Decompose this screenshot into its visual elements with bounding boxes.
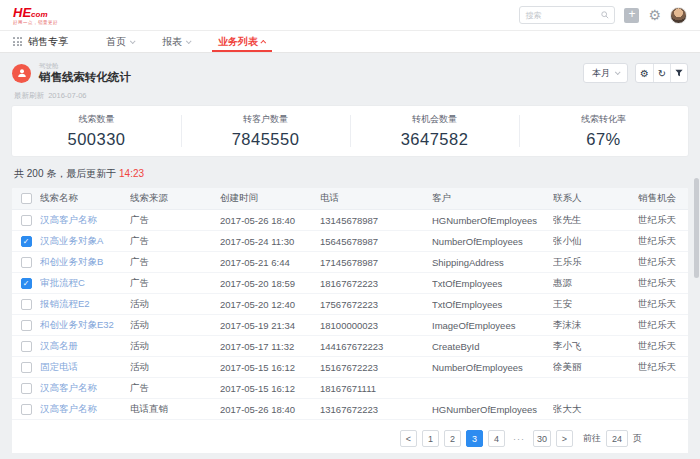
page-button-4[interactable]: 4 [488, 430, 505, 447]
row-checkbox[interactable] [21, 299, 32, 310]
table-header-row: 线索名称 线索来源 创建时间 电话 客户 联系人 销售机会 [12, 188, 688, 210]
filter-icon[interactable] [670, 64, 687, 82]
lead-contact: 王乐乐 [553, 256, 638, 269]
table-row: 固定电话 活动 2017-05-15 16:12 15167672223 Num… [12, 357, 688, 378]
stat-label: 线索数量 [79, 113, 115, 126]
list-summary: 共 200 条，最后更新于 14:23 [14, 167, 686, 181]
col-header-contact: 联系人 [553, 192, 638, 205]
table-row: 汉高名册 活动 2017-05-17 11:32 144167672223 Cr… [12, 336, 688, 357]
tab-reports[interactable]: 报表 [156, 31, 196, 52]
report-toolbar: ⚙ ↻ [635, 63, 688, 83]
lead-source: 广告 [130, 235, 220, 248]
table-row: 和创业务对象E32 活动 2017-05-19 21:34 1810000002… [12, 315, 688, 336]
report-category: 驾驶舱 [39, 62, 131, 70]
lead-created: 2017-05-20 18:59 [220, 278, 320, 289]
report-avatar [12, 64, 31, 83]
table-row: 汉高客户名称 广告 2017-05-15 16:12 18167671111 [12, 378, 688, 399]
stat-label: 线索转化率 [581, 113, 626, 126]
lead-created: 2017-05-20 12:40 [220, 299, 320, 310]
page-button-2[interactable]: 2 [444, 430, 461, 447]
lead-customer: TxtOfEmployees [432, 278, 553, 289]
lead-phone: 15645678987 [320, 236, 432, 247]
row-checkbox[interactable] [21, 341, 32, 352]
page-button-30[interactable]: 30 [533, 430, 551, 447]
lead-phone: 17145678987 [320, 257, 432, 268]
lead-name-link[interactable]: 汉高业务对象A [40, 235, 130, 248]
search-input[interactable] [525, 11, 601, 20]
stat-value: 67% [586, 130, 621, 149]
row-checkbox[interactable] [21, 362, 32, 373]
lead-contact: 李小飞 [553, 340, 638, 353]
lead-phone: 13145678987 [320, 215, 432, 226]
stats-card: 线索数量 500330 转客户数量 7845550 转机会数量 3647582 … [12, 106, 688, 156]
lead-phone: 144167672223 [320, 341, 432, 352]
global-search[interactable] [519, 6, 615, 24]
lead-customer: ImageOfEmployees [432, 320, 553, 331]
lead-created: 2017-05-26 18:40 [220, 404, 320, 415]
tab-business-list[interactable]: 业务列表 [212, 31, 272, 52]
settings-gear-icon[interactable]: ⚙ [648, 8, 661, 22]
lead-opportunity: 世纪乐天 [638, 298, 688, 311]
add-button[interactable]: + [624, 8, 639, 23]
tab-home[interactable]: 首页 [100, 31, 140, 52]
period-select[interactable]: 本月 [583, 63, 628, 83]
select-all-checkbox[interactable] [21, 193, 32, 204]
lead-customer: HGNumberOfEmployees [432, 215, 553, 226]
lead-name-link[interactable]: 汉高客户名称 [40, 403, 130, 416]
lead-customer: ShippingAddress [432, 257, 553, 268]
lead-contact: 惠源 [553, 277, 638, 290]
user-avatar[interactable] [670, 7, 687, 24]
workspace-switcher[interactable]: 销售专享 [13, 31, 68, 52]
row-checkbox[interactable] [21, 404, 32, 415]
row-checkbox[interactable] [21, 215, 32, 226]
lead-customer: NumberOfEmployees [432, 362, 553, 373]
lead-created: 2017-05-26 18:40 [220, 215, 320, 226]
row-checkbox[interactable]: ✓ [21, 278, 32, 289]
lead-phone: 17567672223 [320, 299, 432, 310]
row-checkbox[interactable]: ✓ [21, 236, 32, 247]
stat-value: 3647582 [401, 130, 469, 149]
row-checkbox[interactable] [21, 320, 32, 331]
lead-name-link[interactable]: 汉高客户名称 [40, 382, 130, 395]
goto-label: 前往 [583, 432, 601, 445]
next-page-button[interactable]: > [556, 430, 573, 447]
page-title-row: 驾驶舱 销售线索转化统计 本月 ⚙ ↻ [12, 59, 688, 87]
page-title: 销售线索转化统计 [39, 70, 131, 84]
lead-created: 2017-05-24 11:30 [220, 236, 320, 247]
table-row: 汉高客户名称 广告 2017-05-26 18:40 13145678987 H… [12, 210, 688, 231]
lead-created: 2017-05-17 11:32 [220, 341, 320, 352]
page-button-1[interactable]: 1 [422, 430, 439, 447]
brand-logo[interactable]: HEcom 好用一点，销量更好 [13, 6, 58, 26]
lead-name-link[interactable]: 审批流程C [40, 277, 130, 290]
refresh-icon[interactable]: ↻ [653, 64, 670, 82]
top-header: HEcom 好用一点，销量更好 + ⚙ [0, 0, 700, 31]
lead-contact: 张先生 [553, 214, 638, 227]
table-body: 汉高客户名称 广告 2017-05-26 18:40 13145678987 H… [12, 210, 688, 420]
lead-name-link[interactable]: 和创业务对象B [40, 256, 130, 269]
col-header-opportunity: 销售机会 [638, 192, 688, 205]
goto-page-input[interactable] [606, 430, 628, 447]
lead-name-link[interactable]: 汉高名册 [40, 340, 130, 353]
scrollbar-thumb[interactable] [694, 178, 699, 278]
lead-phone: 18100000023 [320, 320, 432, 331]
config-gear-icon[interactable]: ⚙ [636, 64, 653, 82]
page-button-3[interactable]: 3 [466, 430, 483, 447]
row-checkbox[interactable] [21, 383, 32, 394]
lead-opportunity: 世纪乐天 [638, 256, 688, 269]
nav-bar: 销售专享 首页 报表 业务列表 [0, 31, 700, 53]
lead-source: 广告 [130, 277, 220, 290]
prev-page-button[interactable]: < [400, 430, 417, 447]
page-buttons: 1234···30 [422, 430, 551, 447]
lead-opportunity: 世纪乐天 [638, 277, 688, 290]
chevron-up-icon [260, 39, 266, 45]
row-checkbox[interactable] [21, 257, 32, 268]
lead-name-link[interactable]: 汉高客户名称 [40, 214, 130, 227]
lead-name-link[interactable]: 报销流程E2 [40, 298, 130, 311]
chevron-down-icon [615, 69, 621, 75]
lead-name-link[interactable]: 和创业务对象E32 [40, 319, 130, 332]
page-ellipsis: ··· [510, 430, 528, 447]
pagination: < 1234···30 > 前往 页 [12, 420, 688, 447]
stat-item: 线索数量 500330 [12, 106, 181, 156]
lead-name-link[interactable]: 固定电话 [40, 361, 130, 374]
lead-customer: TxtOfEmployees [432, 299, 553, 310]
